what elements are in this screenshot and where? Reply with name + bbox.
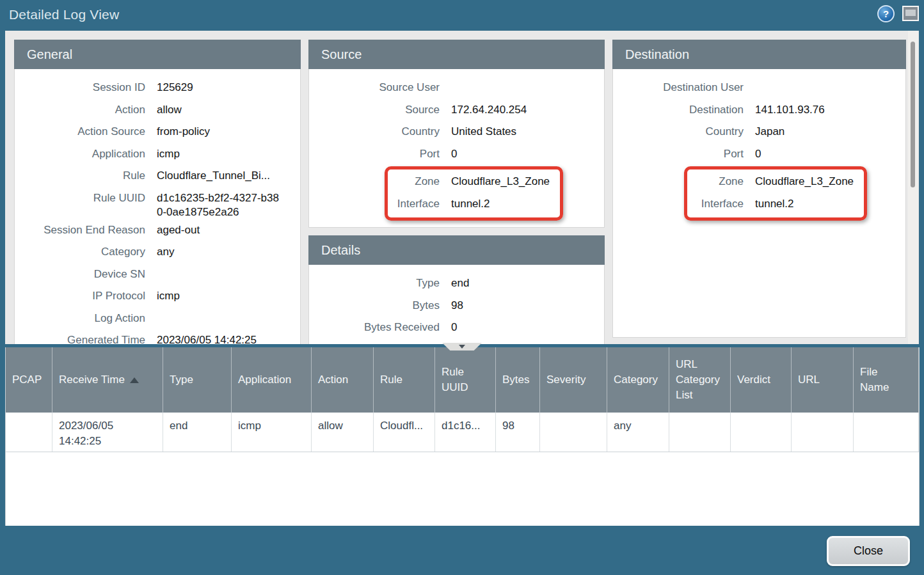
field-label: Rule UUID: [15, 191, 145, 205]
field-label: Interface: [687, 197, 744, 211]
column-header-rule[interactable]: Rule: [374, 347, 435, 413]
field-value: 0: [451, 320, 457, 335]
field-value: icmp: [157, 147, 180, 161]
field-value: Japan: [755, 125, 785, 139]
destination-zone-interface-highlight: Zone Cloudflare_L3_Zone Interface tunnel…: [684, 166, 867, 221]
field-source-interface: Interface tunnel.2: [388, 193, 550, 216]
window-restore-icon[interactable]: [902, 6, 919, 21]
field-label: Source: [309, 103, 440, 117]
vertical-scrollbar-thumb[interactable]: [911, 42, 915, 187]
field-label: Device SN: [15, 267, 145, 281]
field-label: Bytes Received: [309, 320, 440, 335]
close-button[interactable]: Close: [827, 536, 910, 566]
source-zone-interface-highlight: Zone Cloudflare_L3_Zone Interface tunnel…: [385, 166, 563, 221]
column-header-application[interactable]: Application: [232, 347, 312, 413]
field-value: icmp: [157, 289, 180, 303]
column-header-action[interactable]: Action: [312, 347, 374, 413]
details-panel: Details Type end Bytes 98 Bytes Received…: [308, 235, 605, 344]
field-category: Category any: [15, 241, 295, 264]
column-header-verdict[interactable]: Verdict: [731, 347, 792, 413]
field-action-source: Action Source from-policy: [15, 121, 295, 143]
destination-panel-header: Destination: [612, 40, 906, 69]
field-label: Action: [15, 103, 145, 117]
field-log-action: Log Action: [15, 308, 295, 330]
field-label: Session End Reason: [15, 223, 145, 237]
field-label: Port: [613, 147, 744, 161]
general-panel-body: Session ID 125629 Action allow Action So…: [14, 69, 301, 344]
field-session-id: Session ID 125629: [15, 77, 295, 99]
source-panel: Source Source User Source 172.64.240.254…: [308, 40, 605, 228]
column-header-pcap[interactable]: PCAP: [6, 347, 52, 413]
field-value: from-policy: [157, 125, 210, 139]
cell-file-name: [854, 413, 919, 452]
field-destination-user: Destination User: [613, 77, 900, 99]
field-value: any: [157, 245, 174, 259]
field-source-zone: Zone Cloudflare_L3_Zone: [388, 171, 550, 193]
log-table-header-row: PCAP Receive Time Type Application Actio…: [6, 347, 919, 413]
help-icon-glyph: ?: [883, 8, 889, 19]
field-label: Country: [613, 125, 744, 139]
field-value: 0: [451, 147, 457, 161]
page-title: Detailed Log View: [9, 7, 119, 22]
column-header-url[interactable]: URL: [792, 347, 854, 413]
cell-pcap: [6, 413, 52, 452]
column-header-receive-time[interactable]: Receive Time: [52, 347, 163, 413]
table-row[interactable]: 2023/06/05 14:42:25 end icmp allow Cloud…: [6, 413, 919, 452]
field-label: Action Source: [15, 125, 145, 139]
field-label: Generated Time: [15, 333, 145, 344]
source-panel-header: Source: [308, 40, 605, 69]
column-header-url-category-list[interactable]: URL Category List: [669, 347, 731, 413]
column-header-bytes[interactable]: Bytes: [496, 347, 540, 413]
field-label: Zone: [388, 175, 440, 189]
field-destination-port: Port 0: [613, 143, 900, 166]
field-label: Session ID: [15, 81, 145, 95]
field-bytes-received: Bytes Received 0: [309, 317, 599, 339]
field-value: United States: [451, 125, 516, 139]
log-detail-panels-region: General Session ID 125629 Action allow A…: [5, 31, 919, 344]
field-value: allow: [157, 103, 182, 117]
field-generated-time: Generated Time 2023/06/05 14:42:25: [15, 329, 295, 344]
field-value: end: [451, 276, 469, 290]
field-source-user: Source User: [309, 77, 599, 99]
field-label: Destination: [613, 103, 744, 117]
field-source: Source 172.64.240.254: [309, 99, 599, 122]
cell-bytes: 98: [496, 413, 540, 452]
cell-severity: [540, 413, 607, 452]
column-header-type[interactable]: Type: [163, 347, 232, 413]
cell-rule-uuid: d1c16...: [435, 413, 496, 452]
field-label: Destination User: [613, 81, 744, 95]
vertical-scrollbar-track[interactable]: [908, 31, 918, 344]
field-value: Cloudflare_L3_Zone: [451, 175, 550, 189]
cell-type: end: [163, 413, 232, 452]
sort-ascending-icon: [130, 377, 139, 383]
field-bytes: Bytes 98: [309, 295, 599, 317]
field-application: Application icmp: [15, 143, 295, 166]
field-destination: Destination 141.101.93.76: [613, 99, 900, 122]
cell-verdict: [731, 413, 792, 452]
field-value: 98: [451, 299, 463, 313]
field-label: Type: [309, 276, 440, 290]
field-rule: Rule Cloudflare_Tunnel_Bi...: [15, 165, 295, 187]
chevron-down-icon: [459, 345, 465, 349]
field-value: aged-out: [157, 223, 200, 237]
cell-application: icmp: [232, 413, 312, 452]
dialog-title-bar: Detailed Log View ?: [0, 0, 924, 31]
column-header-rule-uuid[interactable]: Rule UUID: [435, 347, 496, 413]
field-value: 172.64.240.254: [451, 103, 527, 117]
field-label: Interface: [388, 197, 440, 211]
column-header-category[interactable]: Category: [607, 347, 669, 413]
log-entries-table: PCAP Receive Time Type Application Actio…: [5, 347, 920, 526]
destination-panel-body: Destination User Destination 141.101.93.…: [612, 69, 906, 338]
field-label: Rule: [15, 169, 145, 183]
field-source-port: Port 0: [309, 143, 599, 166]
field-label: Country: [309, 125, 440, 139]
column-header-severity[interactable]: Severity: [540, 347, 607, 413]
field-value: 141.101.93.76: [755, 103, 825, 117]
destination-panel: Destination Destination User Destination…: [612, 40, 906, 338]
field-rule-uuid: Rule UUID d1c16235-b2f2-4327-b380-0ae187…: [15, 187, 295, 219]
column-header-file-name[interactable]: File Name: [854, 347, 919, 413]
field-label: Source User: [309, 81, 440, 95]
field-label: IP Protocol: [15, 289, 145, 303]
help-icon[interactable]: ?: [877, 5, 895, 22]
general-panel-header: General: [14, 40, 301, 69]
